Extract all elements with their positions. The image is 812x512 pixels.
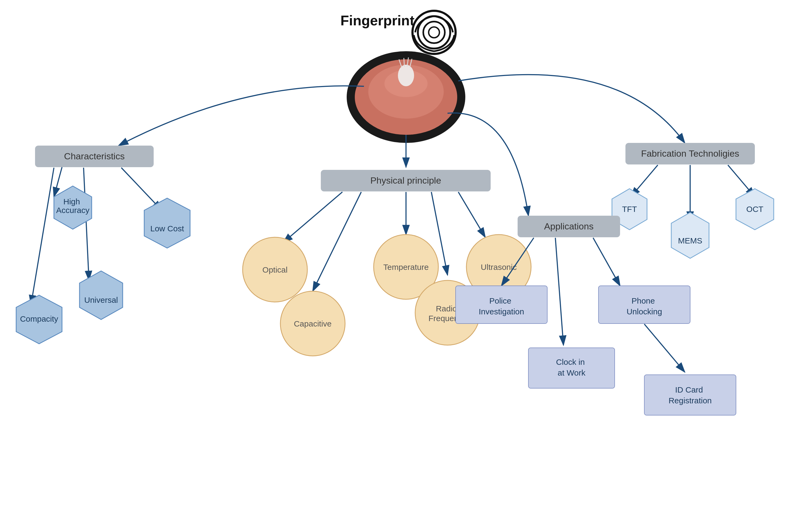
oct-label: OCT — [746, 205, 763, 214]
svg-line-17 — [283, 192, 342, 243]
diagram: Fingerprint Characteristics H — [0, 0, 812, 512]
universal-label: Universal — [84, 295, 118, 304]
compacity-label: Compacity — [20, 314, 58, 323]
mems-hex — [671, 212, 709, 258]
tft-label: TFT — [622, 205, 637, 214]
optical-label: Optical — [262, 265, 287, 274]
svg-line-28 — [644, 324, 685, 372]
mems-label: MEMS — [678, 236, 702, 245]
ultrasonic-label: Ultrasonic — [481, 263, 517, 272]
svg-point-4 — [429, 27, 439, 38]
svg-line-15 — [31, 168, 54, 305]
id-card-box — [644, 375, 736, 415]
capacitive-label: Capacitive — [294, 319, 331, 328]
title: Fingerprint — [341, 13, 414, 28]
svg-line-13 — [54, 167, 62, 197]
physical-principle-label: Physical principle — [370, 175, 441, 186]
svg-line-10 — [404, 58, 404, 67]
svg-line-14 — [84, 168, 89, 280]
applications-label: Applications — [544, 221, 593, 231]
svg-line-27 — [593, 238, 620, 286]
svg-point-1 — [412, 11, 456, 54]
svg-line-18 — [313, 192, 361, 291]
characteristics-label: Characteristics — [64, 151, 125, 161]
svg-point-3 — [423, 22, 445, 43]
fabrication-label: Fabrication Technoligies — [641, 148, 739, 159]
svg-line-21 — [458, 192, 485, 237]
temperature-label: Temperature — [383, 263, 429, 272]
low-cost-hex — [144, 198, 190, 248]
low-cost-label: Low Cost — [150, 224, 184, 233]
svg-point-8 — [398, 65, 414, 86]
svg-line-26 — [555, 238, 563, 345]
fingerprint-icon — [412, 11, 456, 54]
